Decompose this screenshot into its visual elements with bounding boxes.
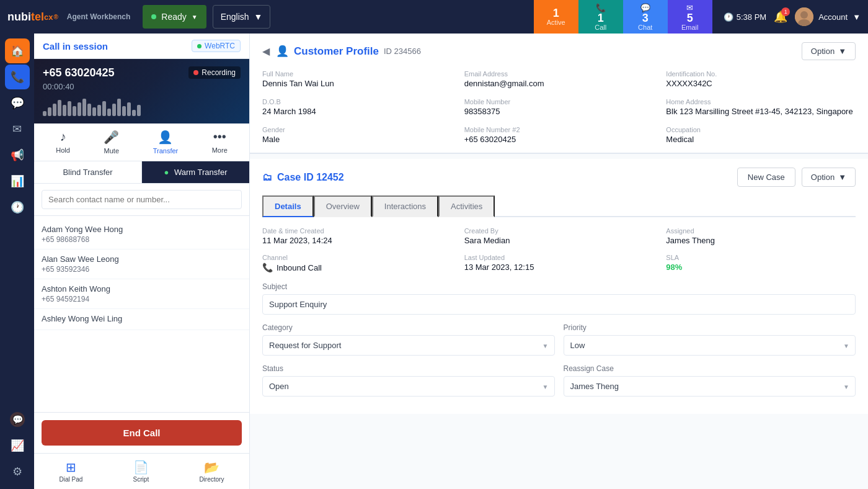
status-reassign-row: Status Open In Progress Resolved Closed … bbox=[262, 364, 856, 405]
contact-name: Ashton Keith Wong bbox=[42, 284, 242, 294]
dob-label: D.O.B bbox=[262, 98, 452, 105]
language-button[interactable]: English ▼ bbox=[213, 5, 271, 29]
priority-select[interactable]: Low Medium High Critical bbox=[564, 335, 856, 356]
svg-text:💬: 💬 bbox=[12, 415, 23, 425]
case-option-label: Option bbox=[811, 173, 835, 182]
home-address-value: Blk 123 Marsilling Street #13-45, 342123… bbox=[666, 107, 856, 116]
dialpad-label: Dial Pad bbox=[60, 476, 83, 483]
hold-button[interactable]: ♪ Hold bbox=[56, 130, 70, 155]
transfer-button[interactable]: 👤 Transfer bbox=[153, 130, 179, 155]
status-select[interactable]: Open In Progress Resolved Closed bbox=[262, 376, 555, 397]
end-call-button[interactable]: End Call bbox=[42, 420, 242, 446]
list-item[interactable]: Ashton Keith Wong +65 94592194 bbox=[34, 279, 249, 309]
category-priority-row: Category Request for Support General Enq… bbox=[262, 323, 856, 364]
customer-profile-icon: 👤 bbox=[276, 45, 289, 58]
notification-badge: 1 bbox=[781, 7, 790, 16]
call-duration: 00:00:40 bbox=[43, 82, 241, 91]
assigned-label: Assigned bbox=[666, 227, 856, 235]
field-last-updated: Last Updated 13 Mar 2023, 12:15 bbox=[464, 254, 654, 272]
sidebar-email-button[interactable]: ✉ bbox=[5, 117, 30, 141]
tab-overview[interactable]: Overview bbox=[314, 195, 372, 217]
directory-label: Directory bbox=[199, 476, 224, 483]
sidebar-analytics-button[interactable]: 📈 bbox=[5, 433, 30, 458]
sidebar-settings-button[interactable]: ⚙ bbox=[5, 459, 30, 484]
icon-sidebar: 🏠 📞 💬 ✉ 📢 📊 🕐 💬 📈 ⚙ bbox=[0, 34, 34, 489]
sidebar-history-button[interactable]: 🕐 bbox=[5, 195, 30, 220]
list-item[interactable]: Alan Saw Wee Leong +65 93592346 bbox=[34, 249, 249, 279]
created-by-value: Sara Median bbox=[464, 236, 654, 245]
stat-tab-email[interactable]: ✉ 5 Email bbox=[668, 0, 712, 34]
notification-button[interactable]: 🔔 1 bbox=[774, 10, 787, 24]
script-icon: 📄 bbox=[133, 460, 149, 475]
reassign-select[interactable]: James Theng Sara Median John Doe bbox=[564, 376, 856, 397]
subject-input[interactable] bbox=[262, 294, 856, 315]
sla-label: SLA bbox=[666, 254, 856, 261]
language-chevron-icon: ▼ bbox=[254, 12, 263, 22]
sidebar-active-call-indicator[interactable]: 💬 bbox=[5, 407, 30, 432]
tab-activities[interactable]: Activities bbox=[438, 195, 495, 217]
status-select-wrapper: Open In Progress Resolved Closed bbox=[262, 376, 555, 397]
profile-title-text: Customer Profile bbox=[294, 45, 379, 58]
dialpad-nav-button[interactable]: ⊞ Dial Pad bbox=[55, 457, 88, 485]
stat-tab-active[interactable]: 1 Active bbox=[534, 0, 578, 34]
mobile2-value: +65 63020425 bbox=[464, 135, 654, 144]
current-time: 5:38 PM bbox=[737, 12, 766, 22]
field-gender: Gender Male bbox=[262, 126, 452, 144]
blind-transfer-button[interactable]: Blind Transfer bbox=[34, 161, 142, 183]
tab-interactions[interactable]: Interactions bbox=[372, 195, 438, 217]
contact-name: Adam Yong Wee Hong bbox=[42, 225, 242, 234]
profile-id-text: ID 234566 bbox=[384, 47, 421, 56]
contact-phone: +65 98688768 bbox=[42, 235, 242, 244]
script-nav-button[interactable]: 📄 Script bbox=[128, 457, 154, 485]
new-case-button[interactable]: New Case bbox=[737, 168, 795, 187]
transfer-row: Blind Transfer ● Warm Transfer bbox=[34, 161, 249, 184]
occupation-label: Occupation bbox=[666, 126, 856, 133]
back-button[interactable]: ◀ bbox=[262, 45, 270, 57]
warm-transfer-button[interactable]: ● Warm Transfer bbox=[142, 161, 249, 183]
call-visual: +65 63020425 00:00:40 Recording bbox=[34, 59, 249, 123]
case-title: 🗂 Case ID 12452 bbox=[262, 172, 344, 183]
stat-tab-chat[interactable]: 💬 3 Chat bbox=[623, 0, 668, 34]
language-label: English bbox=[221, 12, 249, 22]
account-chevron-icon: ▼ bbox=[852, 12, 861, 22]
list-item[interactable]: Ashley Wong Wei Ling bbox=[34, 309, 249, 330]
case-actions: New Case Option ▼ bbox=[737, 168, 856, 187]
sidebar-home-button[interactable]: 🏠 bbox=[5, 38, 30, 63]
sidebar-chat-button[interactable]: 💬 bbox=[5, 91, 30, 115]
account-label: Account bbox=[818, 12, 848, 22]
tab-details[interactable]: Details bbox=[262, 195, 314, 217]
time-display: 🕐 5:38 PM bbox=[724, 12, 766, 22]
stat-tab-call[interactable]: 📞 1 Call bbox=[578, 0, 623, 34]
profile-option-button[interactable]: Option ▼ bbox=[802, 42, 856, 60]
mute-button[interactable]: 🎤 Mute bbox=[104, 130, 119, 155]
sla-value: 98% bbox=[666, 262, 856, 272]
account-button[interactable]: Account ▼ bbox=[795, 7, 861, 26]
sidebar-reports-button[interactable]: 📊 bbox=[5, 169, 30, 194]
case-icon: 🗂 bbox=[262, 172, 272, 183]
sound-bars bbox=[43, 97, 241, 116]
hold-label: Hold bbox=[56, 146, 70, 154]
id-no-value: XXXXX342C bbox=[666, 79, 856, 88]
contact-search-input[interactable] bbox=[42, 190, 242, 209]
recording-dot bbox=[193, 70, 198, 75]
full-name-label: Full Name bbox=[262, 70, 452, 78]
webrtc-status-dot bbox=[197, 44, 202, 48]
case-option-button[interactable]: Option ▼ bbox=[802, 168, 856, 187]
transfer-label: Transfer bbox=[153, 147, 179, 155]
more-button[interactable]: ••• More bbox=[212, 130, 228, 155]
home-address-label: Home Address bbox=[666, 98, 856, 105]
warm-transfer-dot: ● bbox=[164, 168, 169, 177]
directory-nav-button[interactable]: 📂 Directory bbox=[194, 457, 229, 485]
sidebar-call-button[interactable]: 📞 bbox=[5, 65, 30, 89]
field-id-no: Identification No. XXXXX342C bbox=[666, 70, 856, 88]
assigned-value: James Theng bbox=[666, 236, 856, 245]
date-created-value: 11 Mar 2023, 14:24 bbox=[262, 236, 452, 245]
sidebar-broadcast-button[interactable]: 📢 bbox=[5, 143, 30, 168]
field-date-created: Date & time Created 11 Mar 2023, 14:24 bbox=[262, 227, 452, 245]
mute-label: Mute bbox=[104, 147, 119, 155]
field-assigned: Assigned James Theng bbox=[666, 227, 856, 245]
list-item[interactable]: Adam Yong Wee Hong +65 98688768 bbox=[34, 220, 249, 249]
contact-name: Alan Saw Wee Leong bbox=[42, 254, 242, 264]
status-button[interactable]: Ready ▼ bbox=[143, 5, 206, 29]
category-select[interactable]: Request for Support General Enquiry Comp… bbox=[262, 335, 555, 356]
